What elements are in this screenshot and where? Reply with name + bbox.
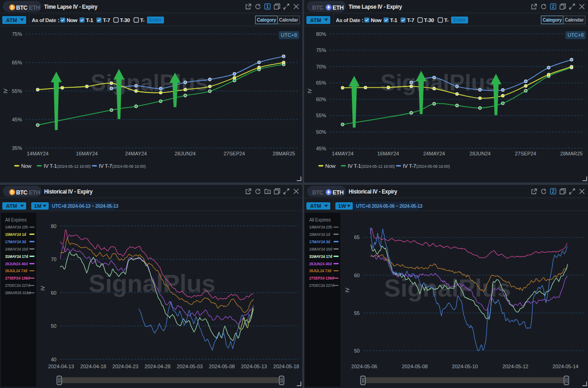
svg-text:14MAY24: 14MAY24: [27, 151, 49, 156]
svg-text:BTC: BTC: [312, 189, 324, 196]
svg-text:28MAR25: 28MAR25: [560, 151, 583, 156]
svg-text:55: 55: [354, 310, 360, 316]
svg-text:75%: 75%: [316, 47, 326, 53]
svg-text:T-: T-: [444, 17, 449, 23]
svg-text:1: 1: [266, 4, 269, 9]
svg-text:65%: 65%: [316, 80, 326, 86]
svg-text:ATM: ATM: [310, 17, 321, 23]
svg-text:2024-05-03: 2024-05-03: [177, 364, 203, 369]
svg-text:45%: 45%: [12, 117, 22, 122]
svg-text:60%: 60%: [316, 97, 326, 102]
svg-text:Now: Now: [21, 163, 32, 169]
svg-text:50: 50: [354, 348, 360, 354]
svg-text:60: 60: [354, 273, 360, 278]
svg-text:40: 40: [51, 357, 57, 362]
svg-text:Time Lapse IV - Expiry: Time Lapse IV - Expiry: [349, 3, 402, 10]
svg-text:₿: ₿: [11, 5, 14, 10]
svg-text:UTC+8 2024-04-13 ~ 2024-05-13: UTC+8 2024-04-13 ~ 2024-05-13: [52, 203, 119, 209]
svg-text:ATM: ATM: [310, 203, 321, 209]
svg-text:Enter: Enter: [149, 17, 162, 23]
svg-text:1W: 1W: [338, 203, 346, 209]
svg-text:75%: 75%: [12, 31, 22, 37]
svg-text:24MAY24: 24MAY24: [423, 151, 445, 156]
svg-text:As of Date：: As of Date：: [336, 17, 365, 23]
svg-text:ETH: ETH: [333, 189, 344, 196]
svg-text:28MAR25: 28MAR25: [273, 151, 295, 156]
svg-text:T-1: T-1: [390, 17, 397, 23]
svg-text:ETH: ETH: [29, 189, 40, 196]
svg-text:Category: Category: [543, 17, 562, 23]
svg-text:70%: 70%: [316, 64, 326, 69]
svg-text:2024-04-18: 2024-04-18: [80, 364, 106, 369]
svg-text:IV: IV: [345, 287, 350, 292]
svg-text:2024-05-06: 2024-05-06: [351, 364, 377, 369]
svg-text:35%: 35%: [12, 145, 22, 151]
svg-text:Time Lapse IV - Expiry: Time Lapse IV - Expiry: [44, 3, 97, 10]
svg-text:Category: Category: [257, 17, 276, 23]
svg-text:2024-04-23: 2024-04-23: [113, 364, 138, 369]
svg-text:2: 2: [552, 189, 554, 194]
svg-text:1M: 1M: [34, 203, 41, 209]
svg-text:IV: IV: [307, 88, 312, 93]
svg-text:27SEP24: 27SEP24: [224, 151, 245, 156]
svg-text:BTC: BTC: [312, 5, 324, 11]
svg-text:T-30: T-30: [424, 17, 434, 23]
svg-text:28JUN24: 28JUN24: [175, 151, 196, 156]
svg-text:16MAY24: 16MAY24: [377, 151, 399, 156]
svg-text:55%: 55%: [316, 113, 326, 118]
svg-text:Calendar: Calendar: [279, 17, 298, 23]
svg-text:2024-05-18: 2024-05-18: [273, 364, 299, 369]
svg-text:14MAY24: 14MAY24: [332, 151, 354, 156]
svg-text:2024-05-13: 2024-05-13: [241, 364, 267, 369]
svg-text:IV: IV: [40, 285, 45, 291]
svg-text:BTC: BTC: [16, 5, 28, 11]
svg-text:IV T-7(2024-05-06 16:00): IV T-7(2024-05-06 16:00): [99, 163, 146, 169]
svg-text:2024-05-08: 2024-05-08: [402, 364, 428, 369]
svg-text:16MAY24: 16MAY24: [76, 151, 98, 156]
svg-text:55%: 55%: [12, 88, 22, 94]
svg-text:Enter: Enter: [453, 17, 466, 23]
svg-text:UTC+8: UTC+8: [281, 32, 297, 38]
svg-text:UTC+8: UTC+8: [567, 32, 583, 38]
svg-text:2024-04-28: 2024-04-28: [145, 364, 170, 369]
svg-text:80: 80: [51, 223, 57, 229]
svg-text:T-: T-: [140, 17, 145, 23]
svg-text:28JUN24: 28JUN24: [469, 151, 491, 156]
svg-text:24MAY24: 24MAY24: [125, 151, 147, 156]
svg-text:UTC+8 2024-05-06 ~ 2024-05-13: UTC+8 2024-05-06 ~ 2024-05-13: [356, 203, 423, 209]
svg-text:IV T-1(2024-05-12 16:00): IV T-1(2024-05-12 16:00): [44, 163, 90, 169]
svg-text:ETH: ETH: [333, 5, 344, 11]
svg-text:ATM: ATM: [6, 17, 17, 23]
svg-text:IV: IV: [3, 88, 8, 93]
svg-text:70: 70: [51, 257, 57, 262]
svg-text:65: 65: [354, 234, 360, 240]
svg-text:ETH: ETH: [29, 5, 40, 11]
svg-text:2024-04-13: 2024-04-13: [48, 364, 74, 369]
svg-text:₿: ₿: [11, 190, 14, 194]
svg-text:60: 60: [51, 290, 57, 296]
svg-text:27SEP24: 27SEP24: [515, 151, 536, 156]
svg-text:65%: 65%: [12, 60, 22, 65]
svg-text:Now: Now: [325, 163, 336, 169]
svg-text:2024-05-10: 2024-05-10: [452, 364, 478, 369]
svg-text:T-1: T-1: [86, 17, 93, 23]
svg-text:Now: Now: [371, 17, 382, 23]
svg-text:As of Date：: As of Date：: [32, 17, 61, 23]
svg-text:T-7: T-7: [103, 17, 110, 23]
svg-text:50: 50: [51, 323, 57, 329]
svg-text:ATM: ATM: [6, 203, 17, 209]
svg-text:T-30: T-30: [120, 17, 130, 23]
svg-text:45%: 45%: [316, 146, 326, 151]
svg-text:50%: 50%: [316, 129, 326, 135]
svg-text:Historical IV - Expiry: Historical IV - Expiry: [349, 188, 397, 195]
svg-text:Now: Now: [67, 17, 78, 23]
svg-text:2024-05-14: 2024-05-14: [553, 364, 578, 369]
svg-text:IV T-1(2024-05-12 16:00): IV T-1(2024-05-12 16:00): [348, 163, 395, 169]
svg-text:2024-05-12: 2024-05-12: [503, 364, 528, 369]
svg-text:80%: 80%: [316, 31, 326, 37]
svg-text:BTC: BTC: [16, 189, 28, 196]
svg-text:2: 2: [552, 4, 554, 9]
svg-text:Calendar: Calendar: [565, 17, 584, 23]
svg-text:Historical IV - Expiry: Historical IV - Expiry: [44, 188, 93, 195]
svg-text:2024-05-08: 2024-05-08: [209, 364, 235, 369]
